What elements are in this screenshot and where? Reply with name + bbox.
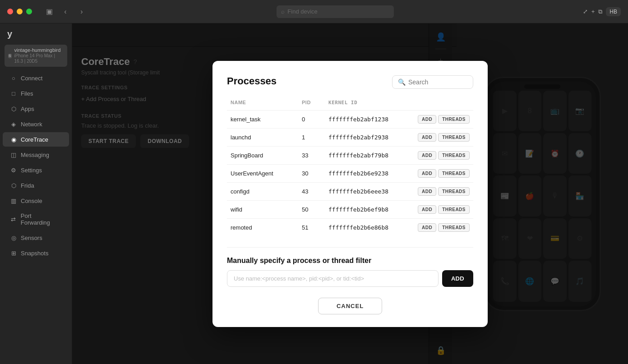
snapshots-icon: ⊞ [10, 249, 17, 257]
sidebar-item-settings[interactable]: ⚙ Settings [3, 163, 69, 177]
threads-button[interactable]: THREADS [438, 133, 470, 142]
col-header-actions [414, 98, 473, 111]
find-device-bar[interactable]: ⌕ Find device [277, 5, 394, 18]
process-name: UserEventAgent [227, 164, 298, 182]
sidebar-item-snapshots[interactable]: ⊞ Snapshots [3, 246, 69, 260]
process-actions: ADD THREADS [414, 128, 473, 146]
modal-title: Processes [227, 75, 277, 87]
device-badge[interactable]: S vintage-hummingbird iPhone 14 Pro Max … [5, 45, 67, 67]
sidebar-item-sensors[interactable]: ◎ Sensors [3, 230, 69, 245]
process-actions: ADD THREADS [414, 110, 473, 128]
sidebar: y S vintage-hummingbird iPhone 14 Pro Ma… [0, 23, 72, 364]
coretrace-icon: ◉ [10, 136, 17, 143]
sidebar-item-files[interactable]: □ Files [3, 86, 69, 101]
process-actions: ADD THREADS [414, 200, 473, 218]
title-bar-center: ⌕ Find device [93, 5, 577, 18]
modal-header: Processes 🔍 [227, 75, 473, 89]
frida-icon: ⬡ [10, 182, 17, 189]
process-table: NAME PID KERNEL ID kernel_task 0 fffffff… [227, 98, 473, 236]
process-actions: ADD THREADS [414, 146, 473, 164]
search-icon: 🔍 [398, 78, 406, 86]
table-row: configd 43 fffffffeb2b6eee38 ADD THREADS [227, 182, 473, 200]
process-name: launchd [227, 128, 298, 146]
cancel-button[interactable]: CANCEL [318, 298, 382, 314]
table-row: launchd 1 fffffffeb2abf2938 ADD THREADS [227, 128, 473, 146]
add-process-button[interactable]: ADD [418, 151, 436, 160]
share-icon[interactable]: ⤢ [583, 8, 588, 15]
search-icon: ⌕ [281, 8, 285, 15]
threads-button[interactable]: THREADS [438, 151, 470, 160]
forward-button[interactable]: › [75, 5, 88, 18]
sidebar-item-console[interactable]: ▥ Console [3, 194, 69, 208]
add-process-button[interactable]: ADD [418, 187, 436, 196]
add-process-button[interactable]: ADD [418, 223, 436, 232]
back-button[interactable]: ‹ [59, 5, 72, 18]
user-badge[interactable]: HB [606, 7, 621, 16]
threads-button[interactable]: THREADS [438, 223, 470, 232]
table-row: kernel_task 0 fffffffeb2abf1238 ADD THRE… [227, 110, 473, 128]
add-tab-icon[interactable]: + [591, 8, 595, 15]
modal-overlay[interactable]: Processes 🔍 NAME PID KERNEL ID [72, 23, 628, 364]
threads-button[interactable]: THREADS [438, 169, 470, 178]
search-input[interactable] [408, 78, 467, 86]
connect-icon: ○ [10, 74, 17, 82]
console-icon: ▥ [10, 197, 17, 204]
add-process-button[interactable]: ADD [418, 169, 436, 178]
sidebar-item-portforwarding[interactable]: ⇄ Port Forwarding [3, 209, 69, 230]
process-actions: ADD THREADS [414, 164, 473, 182]
sidebar-item-connect[interactable]: ○ Connect [3, 71, 69, 85]
process-kernel-id: fffffffeb2b6e9238 [325, 164, 414, 182]
table-row: wifid 50 fffffffeb2b6ef9b8 ADD THREADS [227, 200, 473, 218]
manual-add-button[interactable]: ADD [442, 270, 473, 287]
device-icon: S [8, 54, 12, 58]
table-row: remoted 51 fffffffeb2b6e86b8 ADD THREADS [227, 218, 473, 236]
title-bar: ▣ ‹ › ⌕ Find device ⤢ + ⧉ HB [0, 0, 628, 23]
sensors-icon: ◎ [10, 234, 17, 241]
process-name: remoted [227, 218, 298, 236]
processes-modal: Processes 🔍 NAME PID KERNEL ID [212, 61, 488, 327]
process-name: kernel_task [227, 110, 298, 128]
files-icon: □ [10, 90, 17, 97]
add-process-button[interactable]: ADD [418, 115, 436, 124]
search-container: 🔍 [392, 75, 473, 89]
sidebar-item-coretrace[interactable]: ◉ CoreTrace [3, 132, 69, 147]
manual-filter-input[interactable] [227, 270, 439, 287]
process-kernel-id: fffffffeb2abf79b8 [325, 146, 414, 164]
process-pid: 30 [298, 164, 325, 182]
col-header-kernel: KERNEL ID [325, 98, 414, 111]
process-pid: 51 [298, 218, 325, 236]
threads-button[interactable]: THREADS [438, 187, 470, 196]
messaging-icon: ◫ [10, 151, 17, 158]
add-process-button[interactable]: ADD [418, 205, 436, 214]
sidebar-item-frida[interactable]: ⬡ Frida [3, 178, 69, 193]
manual-section-title: Manually specify a process or thread fil… [227, 257, 473, 265]
maximize-button[interactable] [26, 9, 32, 14]
cancel-row: CANCEL [227, 298, 473, 314]
manual-input-row: ADD [227, 270, 473, 287]
threads-button[interactable]: THREADS [438, 115, 470, 124]
nav-buttons: ▣ ‹ › [43, 5, 88, 18]
duplicate-icon[interactable]: ⧉ [598, 8, 602, 15]
sidebar-item-apps[interactable]: ⬡ Apps [3, 101, 69, 116]
threads-button[interactable]: THREADS [438, 205, 470, 214]
manual-section: Manually specify a process or thread fil… [227, 247, 473, 287]
window-toggle[interactable]: ▣ [43, 5, 55, 18]
table-row: SpringBoard 33 fffffffeb2abf79b8 ADD THR… [227, 146, 473, 164]
process-pid: 50 [298, 200, 325, 218]
sidebar-item-messaging[interactable]: ◫ Messaging [3, 147, 69, 162]
add-process-button[interactable]: ADD [418, 133, 436, 142]
app-logo: y [0, 29, 72, 45]
process-kernel-id: fffffffeb2abf1238 [325, 110, 414, 128]
minimize-button[interactable] [17, 9, 23, 14]
device-name: vintage-hummingbird iPhone 14 Pro Max | … [14, 47, 64, 64]
process-name: SpringBoard [227, 146, 298, 164]
process-pid: 1 [298, 128, 325, 146]
process-pid: 43 [298, 182, 325, 200]
sidebar-item-network[interactable]: ◈ Network [3, 117, 69, 131]
app-body: y S vintage-hummingbird iPhone 14 Pro Ma… [0, 23, 628, 364]
close-button[interactable] [7, 9, 13, 14]
process-pid: 0 [298, 110, 325, 128]
main-content: ⤢ ⊘ ⏸ ↺ 🗑 ⏻ CoreTrace ? Syscall tracing … [72, 23, 628, 364]
process-name: configd [227, 182, 298, 200]
col-header-pid: PID [298, 98, 325, 111]
